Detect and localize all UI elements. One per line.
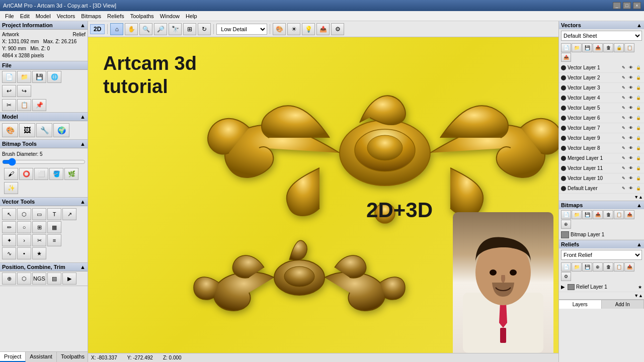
layer-vis[interactable]: 👁: [627, 64, 634, 71]
tb-pan[interactable]: ✋: [125, 23, 138, 35]
paste-button[interactable]: 📌: [32, 99, 46, 111]
tb-export[interactable]: 📤: [316, 23, 330, 35]
minimize-button[interactable]: _: [613, 2, 621, 9]
vtool-grid[interactable]: ⊞: [32, 221, 46, 233]
layer-lock[interactable]: 🔒: [635, 125, 642, 132]
layer-edit[interactable]: ✎: [620, 64, 627, 71]
pos-btn-3[interactable]: NGS: [32, 273, 46, 285]
vec-import[interactable]: 📥: [593, 43, 603, 52]
layer-item[interactable]: Vector Layer 3 ✎👁🔒: [559, 83, 644, 93]
vector-tools-collapse[interactable]: ▲: [80, 199, 86, 205]
bmp-delete[interactable]: 🗑: [603, 210, 613, 219]
layer-vis[interactable]: 👁: [627, 125, 634, 132]
pos-btn-1[interactable]: ⊕: [2, 273, 16, 285]
scroll-up-icon[interactable]: ▲: [638, 195, 643, 200]
paint-fill-button[interactable]: 🪣: [49, 168, 63, 180]
scroll-down-icon[interactable]: ▼: [634, 195, 638, 200]
layer-lock[interactable]: 🔒: [635, 175, 642, 182]
layer-item[interactable]: Vector Layer 10 ✎👁🔒: [559, 173, 644, 184]
bmp-save[interactable]: 💾: [582, 210, 592, 219]
bitmaps-collapse[interactable]: ▲: [636, 202, 642, 208]
layer-vis[interactable]: 👁: [627, 95, 634, 102]
layer-vis[interactable]: 👁: [627, 145, 634, 152]
reliefs-collapse[interactable]: ▲: [636, 241, 642, 247]
tb-zoom-box[interactable]: 🔍: [139, 23, 152, 35]
layer-item[interactable]: Vector Layer 2 ✎👁🔒: [559, 73, 644, 83]
sheet-dropdown[interactable]: Default Sheet: [561, 31, 642, 41]
rel-export[interactable]: 📤: [624, 262, 634, 272]
vtool-pattern[interactable]: ▦: [47, 221, 61, 233]
tb-zoom-in[interactable]: 🔎: [154, 23, 167, 35]
vec-new[interactable]: 📄: [561, 43, 571, 52]
layer-item[interactable]: Vector Layer 9 ✎👁🔒: [559, 133, 644, 143]
tab-assistant[interactable]: Assistant: [26, 352, 57, 362]
tb-light[interactable]: 💡: [302, 23, 315, 35]
layer-edit[interactable]: ✎: [620, 105, 627, 112]
layer-lock[interactable]: 🔒: [635, 95, 642, 102]
vtool-point[interactable]: •: [17, 247, 31, 259]
tb-shade[interactable]: ☀: [287, 23, 300, 35]
layer-item[interactable]: Vector Layer 11 ✎👁🔒: [559, 163, 644, 173]
relief-scroll-up[interactable]: ▲: [638, 293, 643, 298]
canvas-wrapper[interactable]: Artcam 3d tutorial: [88, 37, 558, 353]
layer-lock[interactable]: 🔒: [635, 135, 642, 142]
layer-lock[interactable]: 🔒: [635, 145, 642, 152]
vec-open[interactable]: 📁: [572, 43, 582, 52]
menu-edit[interactable]: Edit: [17, 12, 33, 20]
bitmap-tools-collapse[interactable]: ▲: [80, 141, 86, 147]
maximize-button[interactable]: □: [623, 2, 631, 9]
layer-item[interactable]: Merged Layer 1 ✎👁🔒: [559, 153, 644, 163]
menu-vectors[interactable]: Vectors: [54, 12, 78, 20]
paint-select-button[interactable]: ⭕: [19, 168, 33, 180]
pos-btn-5[interactable]: ▶: [62, 273, 76, 285]
layer-item[interactable]: Vector Layer 1 ✎👁🔒: [559, 63, 644, 73]
vtool-arrow2[interactable]: ›: [17, 234, 31, 246]
layer-edit[interactable]: ✎: [620, 175, 627, 182]
layer-edit[interactable]: ✎: [620, 115, 627, 122]
layer-lock[interactable]: 🔒: [635, 74, 642, 81]
layer-lock[interactable]: 🔒: [635, 165, 642, 172]
layer-item[interactable]: Vector Layer 4 ✎👁🔒: [559, 93, 644, 103]
menu-help[interactable]: Help: [183, 12, 200, 20]
layer-item[interactable]: Vector Layer 7 ✎👁🔒: [559, 123, 644, 133]
rel-save[interactable]: 💾: [582, 262, 592, 272]
pos-btn-2[interactable]: ⬡: [17, 273, 31, 285]
layer-vis[interactable]: 👁: [627, 105, 634, 112]
model-btn-2[interactable]: 🖼: [19, 123, 35, 137]
rel-open[interactable]: 📁: [572, 262, 582, 272]
rel-merge[interactable]: ⊕: [593, 262, 603, 272]
menu-toolpaths[interactable]: Toolpaths: [127, 12, 157, 20]
layer-edit[interactable]: ✎: [620, 145, 627, 152]
model-btn-4[interactable]: 🌍: [53, 123, 69, 137]
relief-scroll-down[interactable]: ▼: [634, 293, 638, 298]
vtool-curve[interactable]: ∿: [2, 247, 16, 259]
save-button[interactable]: 💾: [32, 71, 46, 83]
tab-toolpaths[interactable]: Toolpaths: [57, 352, 88, 362]
bmp-new[interactable]: 📄: [561, 210, 571, 219]
menu-model[interactable]: Model: [33, 12, 54, 20]
bmp-extra[interactable]: ⊕: [561, 220, 571, 229]
paint-wand-button[interactable]: ✨: [4, 182, 18, 194]
rel-extra[interactable]: ⚙: [561, 272, 571, 281]
menu-window[interactable]: Window: [157, 12, 183, 20]
bmp-copy[interactable]: 📋: [614, 210, 624, 219]
layer-vis[interactable]: 👁: [627, 135, 634, 142]
vec-save[interactable]: 💾: [582, 43, 592, 52]
project-info-collapse[interactable]: ▲: [80, 22, 86, 28]
close-button[interactable]: ×: [633, 2, 641, 9]
detail-select[interactable]: Low Detail Medium Detail High Detail: [216, 24, 267, 35]
menu-reliefs[interactable]: Reliefs: [104, 12, 127, 20]
layer-lock[interactable]: 🔒: [635, 105, 642, 112]
tb-zoom-fit[interactable]: ⊞: [183, 23, 196, 35]
position-collapse[interactable]: ▲: [80, 264, 86, 270]
rel-copy[interactable]: 📋: [614, 262, 624, 272]
model-btn-1[interactable]: 🎨: [2, 123, 18, 137]
tb-color[interactable]: 🎨: [273, 23, 286, 35]
tab-project[interactable]: Project: [0, 352, 26, 362]
vtool-rect[interactable]: ▭: [32, 208, 46, 220]
layer-vis[interactable]: 👁: [627, 115, 634, 122]
vec-copy[interactable]: 📋: [624, 43, 634, 52]
vtool-node[interactable]: ⬡: [17, 208, 31, 220]
layer-item[interactable]: Vector Layer 6 ✎👁🔒: [559, 113, 644, 123]
relief-layer-item[interactable]: ▶ Relief Layer 1 ★: [559, 282, 644, 292]
